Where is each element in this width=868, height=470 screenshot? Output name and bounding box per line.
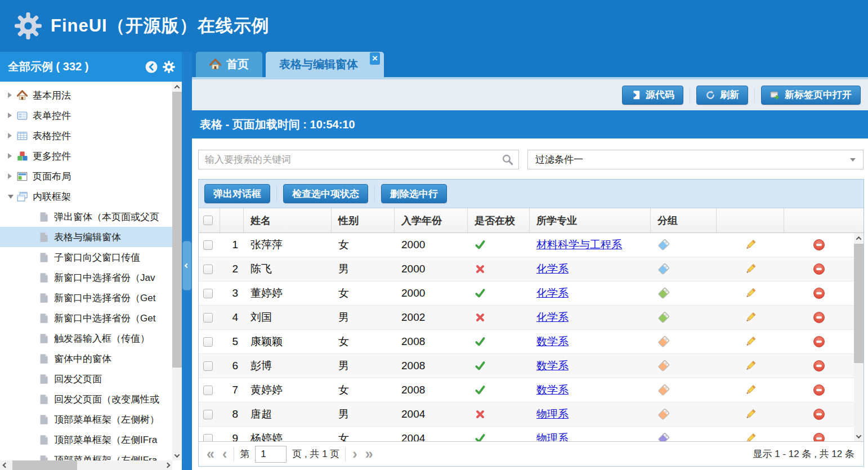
row-checkbox[interactable] [203,386,213,395]
delete-row-icon[interactable] [813,384,825,396]
sidebar-vertical-scrollbar[interactable] [172,82,182,460]
edit-pencil-icon[interactable] [744,335,757,348]
sidebar-item[interactable]: 子窗口向父窗口传值 [0,247,172,267]
major-link[interactable]: 化学系 [536,262,569,276]
scrollbar-thumb[interactable] [12,460,77,470]
scrollbar-thumb[interactable] [172,92,182,368]
column-header-num[interactable] [220,208,244,232]
sidebar-item[interactable]: 表单控件 [0,105,172,126]
delete-row-icon[interactable] [813,433,825,441]
filter-dropdown[interactable]: 过滤条件一 [527,150,863,169]
column-header-del[interactable] [784,208,863,232]
check-selected-button[interactable]: 检查选中项状态 [283,184,368,203]
column-header-sel[interactable] [199,208,220,232]
row-checkbox[interactable] [203,313,213,323]
delete-row-icon[interactable] [813,239,825,250]
row-checkbox[interactable] [203,361,213,371]
delete-row-icon[interactable] [813,336,825,347]
scroll-up-icon[interactable] [854,233,863,243]
source-code-button[interactable]: 源代码 [622,86,683,105]
column-header-edit[interactable] [717,208,784,232]
sidebar-item[interactable]: 窗体中的窗体 [0,348,172,369]
major-link[interactable]: 数学系 [536,359,569,373]
collapse-panel-handle[interactable] [182,241,191,290]
row-checkbox[interactable] [203,410,213,419]
major-link[interactable]: 数学系 [536,383,569,397]
scroll-right-icon[interactable] [162,460,172,470]
sidebar-item[interactable]: 基本用法 [0,85,172,105]
sidebar-item[interactable]: 新窗口中选择省份（Get [0,308,172,328]
scroll-up-icon[interactable] [172,82,182,92]
last-page-icon[interactable]: » [364,447,374,461]
major-link[interactable]: 物理系 [536,431,569,441]
prev-page-icon[interactable]: ‹ [221,447,228,461]
tab-table-edit-window[interactable]: 表格与编辑窗体 × [266,52,384,77]
sidebar-item[interactable]: 新窗口中选择省份（Get [0,288,172,308]
row-checkbox[interactable] [203,240,213,250]
delete-row-icon[interactable] [813,263,825,275]
scroll-left-icon[interactable] [0,460,10,470]
sidebar-item[interactable]: 新窗口中选择省份（Jav [0,267,172,288]
delete-row-icon[interactable] [813,312,825,323]
sidebar-item[interactable]: 表格控件 [0,126,172,146]
scrollbar-thumb[interactable] [854,244,863,363]
major-link[interactable]: 物理系 [536,407,569,422]
open-new-tab-button[interactable]: 新标签页中打开 [761,86,861,105]
column-header-name[interactable]: 姓名 [244,208,332,232]
sidebar-item[interactable]: 触发器输入框（传值） [0,328,172,348]
sidebar-item[interactable]: 表格与编辑窗体 [0,227,172,247]
tab-home[interactable]: 首页 [196,52,262,77]
expand-arrow-icon[interactable] [8,92,17,99]
first-page-icon[interactable]: « [205,447,216,461]
sidebar-item[interactable]: 顶部菜单框架（左侧IFra [0,429,172,450]
sidebar-splitter[interactable] [182,52,192,470]
sidebar-item[interactable]: 弹出窗体（本页面或父页 [0,207,172,227]
search-icon[interactable] [502,154,513,165]
sidebar-item[interactable]: 更多控件 [0,146,172,166]
edit-pencil-icon[interactable] [744,384,757,396]
delete-row-icon[interactable] [813,360,825,371]
scroll-down-icon[interactable] [854,431,863,441]
settings-gear-icon[interactable] [163,61,175,73]
row-checkbox[interactable] [203,265,213,274]
delete-selected-button[interactable]: 删除选中行 [381,184,447,203]
column-header-gender[interactable]: 性别 [332,208,395,232]
collapse-arrow-icon[interactable] [8,193,17,200]
delete-row-icon[interactable] [813,409,825,420]
expand-arrow-icon[interactable] [8,173,17,180]
expand-arrow-icon[interactable] [8,112,17,119]
row-checkbox[interactable] [203,337,213,347]
edit-pencil-icon[interactable] [744,239,757,251]
edit-pencil-icon[interactable] [744,311,757,324]
expand-arrow-icon[interactable] [8,132,17,139]
column-header-group[interactable]: 分组 [651,208,717,232]
next-page-icon[interactable]: › [351,447,358,461]
sidebar-item[interactable]: 回发父页面（改变属性或 [0,389,172,409]
column-header-year[interactable]: 入学年份 [395,208,468,232]
sidebar-item[interactable]: 回发父页面 [0,369,172,389]
column-header-school[interactable]: 是否在校 [468,208,530,232]
grid-vertical-scrollbar[interactable] [854,233,863,441]
edit-pencil-icon[interactable] [744,360,757,372]
expand-arrow-icon[interactable] [8,153,17,159]
major-link[interactable]: 化学系 [536,310,569,325]
edit-pencil-icon[interactable] [744,432,757,441]
scroll-down-icon[interactable] [172,450,182,460]
edit-pencil-icon[interactable] [744,408,757,420]
row-checkbox[interactable] [203,289,213,298]
collapse-sidebar-icon[interactable] [145,61,158,73]
sidebar-horizontal-scrollbar[interactable] [0,460,172,470]
search-input[interactable] [205,154,502,165]
edit-pencil-icon[interactable] [744,263,757,275]
close-tab-icon[interactable]: × [370,52,380,65]
delete-row-icon[interactable] [813,288,825,299]
page-number-input[interactable] [255,446,287,463]
select-all-checkbox[interactable] [203,216,213,225]
refresh-button[interactable]: 刷新 [696,86,748,105]
major-link[interactable]: 化学系 [536,286,569,301]
column-header-major[interactable]: 所学专业 [530,208,651,232]
sidebar-item[interactable]: 顶部菜单框架（左侧树） [0,409,172,429]
open-dialog-button[interactable]: 弹出对话框 [204,184,270,203]
sidebar-item[interactable]: 页面布局 [0,166,172,186]
row-checkbox[interactable] [203,434,213,442]
